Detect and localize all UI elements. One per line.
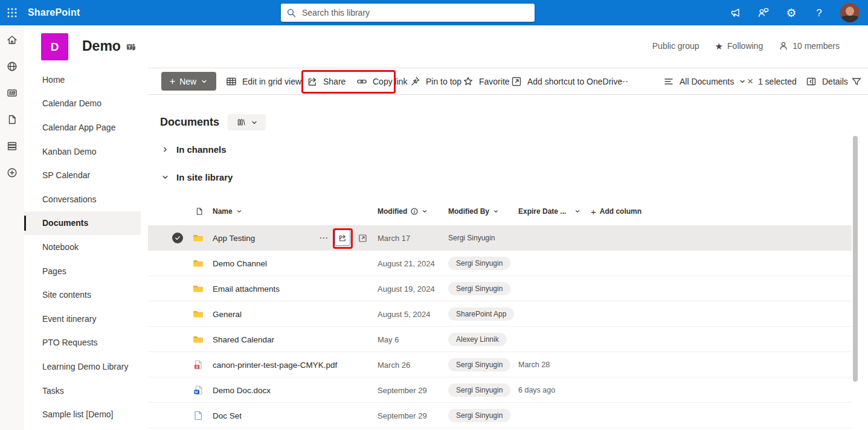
info-icon: [411, 208, 418, 215]
modified-by-persona[interactable]: Sergi Sinyugin: [448, 409, 510, 422]
modified-date: September 29: [378, 403, 427, 428]
row-selected-checkmark[interactable]: [172, 233, 183, 243]
main-scrollbar[interactable]: [853, 136, 858, 382]
main-pane: + New Edit in grid view Share Copy link …: [148, 68, 868, 430]
group-in-site-library[interactable]: In site library: [161, 172, 233, 182]
nav-item-sample-list-demo[interactable]: Sample list [Demo]: [24, 402, 148, 426]
settings-gear-icon[interactable]: ⚙: [785, 6, 798, 19]
modified-by-persona[interactable]: Alexey Linnik: [448, 333, 507, 346]
table-row[interactable]: Shared Calendar May 6 Alexey Linnik: [148, 327, 852, 352]
feedback-icon[interactable]: [757, 6, 770, 19]
document-set-icon: [192, 403, 204, 428]
star-outline-icon: [462, 75, 474, 88]
pin-to-top-button[interactable]: Pin to top: [409, 68, 461, 94]
suite-bar-right: ⚙ ?: [729, 0, 868, 25]
person-icon: [779, 41, 788, 51]
grid-icon: [225, 75, 237, 88]
app-launcher-waffle-icon[interactable]: [0, 0, 24, 25]
nav-item-calendar-demo[interactable]: Calendar Demo: [24, 92, 148, 116]
file-name-link: canon-printer-test-page-CMYK.pdf: [213, 352, 337, 377]
rail-lists-icon[interactable]: [5, 140, 19, 152]
table-row[interactable]: Email attachments August 19, 2024 Sergi …: [148, 276, 852, 301]
edit-grid-view-button[interactable]: Edit in grid view: [225, 68, 301, 94]
modified-by-persona[interactable]: SharePoint App: [448, 307, 514, 321]
rail-news-icon[interactable]: [5, 87, 19, 99]
nav-item-conversations[interactable]: Conversations: [24, 187, 148, 211]
help-icon[interactable]: ?: [812, 6, 826, 19]
nav-item-calendar-app-page[interactable]: Calendar App Page: [24, 115, 148, 140]
file-name-link: Doc Set: [213, 403, 242, 428]
add-shortcut-onedrive-button[interactable]: Add shortcut to OneDrive: [510, 68, 622, 94]
search-input[interactable]: [302, 8, 529, 18]
file-name-link: Shared Calendar: [213, 327, 274, 352]
user-avatar[interactable]: [840, 3, 860, 22]
copy-link-button[interactable]: Copy link: [356, 68, 408, 94]
file-name-link: Email attachments: [213, 276, 280, 301]
table-row[interactable]: General August 5, 2024 SharePoint App: [148, 301, 852, 327]
column-type-icon[interactable]: [194, 201, 204, 222]
row-share-button[interactable]: [335, 229, 350, 246]
rail-create-plus-icon[interactable]: [5, 167, 19, 179]
row-open-in-new-button[interactable]: [355, 231, 370, 245]
modified-by-persona[interactable]: Sergi Sinyugin: [448, 231, 503, 245]
nav-item-pages[interactable]: Pages: [24, 259, 148, 283]
app-rail: [0, 25, 24, 430]
rail-files-icon[interactable]: [5, 114, 19, 126]
nav-item-notebook[interactable]: Notebook: [24, 235, 148, 259]
group-in-channels[interactable]: In channels: [161, 144, 227, 155]
site-logo[interactable]: D: [41, 33, 68, 60]
new-button[interactable]: + New: [161, 72, 216, 91]
table-row[interactable]: Doc Set September 29 Sergi Sinyugin: [148, 403, 852, 428]
modified-by-persona[interactable]: Sergi Sinyugin: [448, 282, 510, 295]
chevron-down-icon: [493, 208, 499, 214]
clear-selection-button[interactable]: × 1 selected: [747, 68, 797, 94]
nav-item-documents[interactable]: Documents: [24, 211, 141, 236]
details-button[interactable]: Details: [805, 68, 848, 94]
app-name[interactable]: SharePoint: [28, 7, 80, 18]
column-expire-date[interactable]: Expire Date ...: [518, 201, 580, 222]
expire-date: March 28: [518, 352, 550, 377]
table-row[interactable]: Demo Doc.docx September 29 Sergi Sinyugi…: [148, 377, 852, 403]
search-box: [281, 4, 535, 22]
column-modified[interactable]: Modified: [378, 201, 428, 222]
folder-icon: [192, 276, 204, 301]
filter-button[interactable]: [850, 68, 863, 94]
share-button[interactable]: Share: [306, 68, 346, 94]
more-icon: ⋯: [619, 76, 629, 87]
nav-item-event-itinerary[interactable]: Event itinerary: [24, 307, 148, 331]
more-commands-button[interactable]: ⋯: [619, 68, 629, 94]
modified-date: March 17: [378, 225, 410, 251]
nav-item-home[interactable]: Home: [24, 68, 148, 92]
expire-date: 6 days ago: [518, 377, 555, 403]
table-row[interactable]: Demo Channel August 21, 2024 Sergi Sinyu…: [148, 251, 852, 276]
following-button[interactable]: ★ Following: [715, 41, 764, 51]
view-lines-icon: [663, 75, 675, 88]
row-more-icon[interactable]: ⋯: [319, 225, 329, 251]
favorite-button[interactable]: Favorite: [462, 68, 510, 94]
modified-by-persona[interactable]: Sergi Sinyugin: [448, 257, 510, 270]
nav-item-kanban-demo[interactable]: Kanban Demo: [24, 140, 148, 164]
view-selector-button[interactable]: All Documents: [663, 68, 746, 94]
nav-item-learning-demo-library[interactable]: Learning Demo Library: [24, 355, 148, 379]
announcements-icon[interactable]: [729, 6, 742, 19]
folder-icon: [192, 251, 204, 276]
nav-item-tasks[interactable]: Tasks: [24, 379, 148, 403]
members-button[interactable]: 10 members: [779, 41, 840, 51]
add-column-button[interactable]: +Add column: [591, 201, 641, 222]
command-bar: + New Edit in grid view Share Copy link …: [148, 68, 868, 95]
rail-home-icon[interactable]: [5, 34, 19, 46]
nav-item-sp-calendar[interactable]: SP Calendar: [24, 163, 148, 187]
view-style-button[interactable]: [228, 114, 266, 130]
modified-date: August 21, 2024: [378, 251, 435, 276]
column-name[interactable]: Name: [213, 201, 242, 222]
nav-item-site-contents[interactable]: Site contents: [24, 283, 148, 307]
modified-by-persona[interactable]: Sergi Sinyugin: [448, 358, 510, 371]
column-modified-by[interactable]: Modified By: [448, 201, 499, 222]
site-title[interactable]: Demo: [82, 38, 121, 54]
table-row[interactable]: canon-printer-test-page-CMYK.pdf March 2…: [148, 352, 852, 377]
modified-by-persona[interactable]: Sergi Sinyugin: [448, 383, 510, 397]
table-row[interactable]: App Testing ⋯ March 17 Sergi Sinyugin: [148, 225, 852, 251]
nav-item-pto-requests[interactable]: PTO Requests: [24, 331, 148, 355]
chevron-right-icon: [161, 146, 169, 153]
rail-sites-globe-icon[interactable]: [5, 60, 19, 72]
